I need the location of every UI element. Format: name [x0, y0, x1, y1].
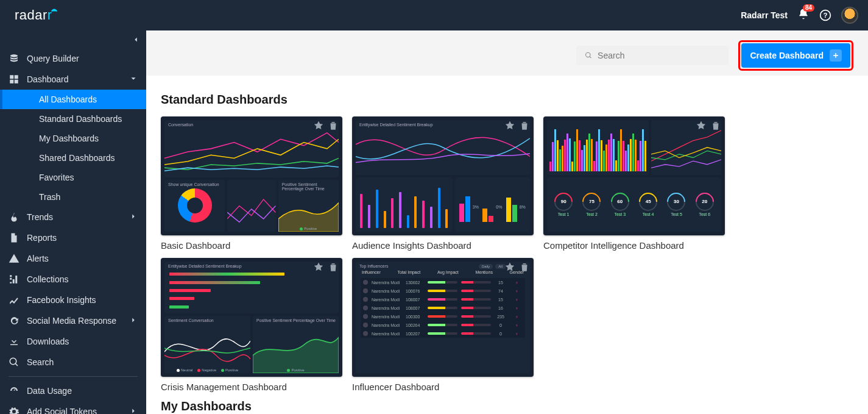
gauge-item: 45 Test 4 — [639, 193, 657, 216]
sidebar-subitem-my-dashboards[interactable]: My Dashboards — [0, 129, 146, 148]
section-my-title: My Dashboards — [161, 399, 853, 413]
sidebar-item-alerts[interactable]: Alerts — [0, 248, 146, 269]
sidebar-item-reports[interactable]: Reports — [0, 227, 146, 248]
dashboard-card[interactable]: Entitywise Detailed Sentiment Breakup — [352, 116, 534, 251]
gauge-item: 60 Test 3 — [611, 193, 629, 216]
sidebar-item-label: Social Media Response — [27, 316, 116, 326]
sidebar-item-facebook-insights[interactable]: Facebook Insights — [0, 290, 146, 310]
topbar: radarr Radarr Test 84 ? — [0, 0, 868, 30]
sidebar-divider — [9, 376, 138, 377]
main-content: Create Dashboard ＋ Standard Dashboards — [146, 30, 868, 414]
trash-icon[interactable] — [328, 120, 339, 131]
star-icon[interactable] — [313, 120, 324, 131]
gauge-ring: 90 — [554, 193, 573, 211]
gauge-ring: 20 — [696, 193, 714, 211]
sidebar-subitem-all-dashboards[interactable]: All Dashboards — [0, 90, 146, 109]
gauge-label: Test 4 — [643, 212, 654, 216]
trash-icon[interactable] — [710, 120, 721, 131]
flame-icon — [9, 212, 19, 223]
sidebar-collapse-button[interactable] — [0, 30, 146, 46]
trash-icon[interactable] — [328, 262, 339, 273]
panel-label: Positive Sentiment Percentage Over Time — [282, 182, 339, 191]
chevron-right-icon — [129, 407, 138, 415]
dashboard-card[interactable]: Top Influencers Daily All Influencer Tot… — [352, 258, 534, 392]
search-icon — [585, 51, 593, 60]
sidebar-item-trends[interactable]: Trends — [0, 207, 146, 227]
dashboard-preview: Top Influencers Daily All Influencer Tot… — [352, 258, 534, 377]
user-label: Radarr Test — [741, 10, 788, 20]
collection-icon — [9, 274, 19, 285]
sidebar-item-collections[interactable]: Collections — [0, 269, 146, 290]
trash-icon[interactable] — [519, 120, 530, 131]
avatar[interactable] — [841, 7, 858, 24]
sidebar-subitem-shared-dashboards[interactable]: Shared Dashboards — [0, 148, 146, 168]
dashboard-card[interactable]: Entitywise Detailed Sentiment Breakup — [161, 258, 342, 392]
dashboard-card-title: Basic Dashboard — [161, 240, 342, 251]
chevron-left-icon — [132, 35, 140, 44]
sidebar-item-label: Reports — [27, 233, 57, 243]
trash-icon[interactable] — [519, 262, 530, 273]
gauge-label: Test 1 — [558, 212, 570, 216]
sidebar-item-label: Trends — [27, 212, 53, 222]
cycle-icon — [9, 315, 19, 326]
help-icon[interactable]: ? — [819, 9, 831, 21]
star-icon[interactable] — [504, 262, 515, 273]
top-right: Radarr Test 84 ? — [741, 7, 858, 24]
dashboard-preview: Entitywise Detailed Sentiment Breakup — [161, 258, 342, 377]
table-row: Narendra Modi100076 74♀ — [361, 287, 525, 295]
dashboard-preview: Entitywise Detailed Sentiment Breakup — [352, 116, 534, 235]
dashboard-card[interactable]: 90 Test 175 Test 260 Test 345 Test 430 T… — [543, 116, 725, 251]
sidebar-item-query-builder[interactable]: Query Builder — [0, 48, 146, 69]
star-icon[interactable] — [313, 262, 324, 273]
gauge-item: 90 Test 1 — [554, 193, 573, 216]
spectrum-chart-icon — [547, 120, 649, 175]
sidebar-item-label: Search — [27, 357, 54, 367]
notifications-button[interactable]: 84 — [797, 8, 810, 23]
svg-point-3 — [586, 52, 590, 57]
table-row: Narendra Modi108007 16♀ — [361, 304, 525, 312]
sidebar-item-label: Downloads — [27, 337, 69, 346]
sidebar-item-label: Dashboard — [27, 74, 69, 84]
gauge-label: Test 6 — [699, 212, 710, 216]
gauge-item: 20 Test 6 — [696, 193, 714, 216]
sidebar-item-dashboard[interactable]: Dashboard — [0, 69, 146, 90]
gauge-row: 90 Test 175 Test 260 Test 345 Test 430 T… — [547, 177, 721, 232]
sidebar-subitem-favorites[interactable]: Favorites — [0, 168, 146, 187]
sidebar-item-search[interactable]: Search — [0, 352, 146, 373]
card-grid-standard-2: Entitywise Detailed Sentiment Breakup — [161, 258, 853, 392]
gauge-ring: 60 — [611, 193, 629, 211]
search-field[interactable] — [598, 51, 720, 60]
svg-point-2 — [10, 358, 16, 365]
influencer-table-preview: Influencer Total Impact Avg Impact Menti… — [356, 262, 530, 373]
dashboard-card[interactable]: Conversation Show unique — [161, 116, 342, 251]
sidebar-item-downloads[interactable]: Downloads — [0, 331, 146, 352]
chevron-right-icon — [129, 316, 138, 326]
sidebar-item-data-usage[interactable]: Data Usage — [0, 380, 146, 401]
logo[interactable]: radarr — [15, 7, 52, 23]
sidebar-subitem-trash[interactable]: Trash — [0, 187, 146, 207]
sidebar-item-label: Collections — [27, 274, 68, 284]
sidebar-item-social-media-response[interactable]: Social Media Response — [0, 310, 146, 331]
create-dashboard-button[interactable]: Create Dashboard ＋ — [741, 43, 850, 68]
bar-chart-icon — [356, 177, 453, 232]
plus-icon: ＋ — [830, 49, 842, 62]
search-icon — [9, 357, 19, 368]
sidebar-item-add-social-tokens[interactable]: Add Social Tokens — [0, 401, 146, 414]
gauge-item: 75 Test 2 — [582, 193, 601, 216]
sidebar-item-label: Add Social Tokens — [27, 407, 97, 414]
sidebar-subitem-standard-dashboards[interactable]: Standard Dashboards — [0, 109, 146, 129]
card-grid-standard: Conversation Show unique — [161, 116, 853, 251]
create-dashboard-label: Create Dashboard — [750, 51, 824, 60]
alert-icon — [9, 253, 19, 264]
gauge-ring: 45 — [639, 193, 657, 211]
star-icon[interactable] — [696, 120, 707, 131]
download-icon — [9, 336, 19, 347]
notification-badge: 84 — [803, 4, 814, 12]
gauge-icon — [9, 385, 19, 396]
panel-label: Entitywise Detailed Sentiment Breakup — [359, 123, 433, 127]
dashboard-card-title: Competitor Intelligence Dashboard — [543, 240, 725, 251]
chart-icon — [9, 294, 19, 305]
search-input[interactable] — [576, 46, 729, 65]
star-icon[interactable] — [504, 120, 515, 131]
panel-label: Conversation — [168, 123, 193, 127]
